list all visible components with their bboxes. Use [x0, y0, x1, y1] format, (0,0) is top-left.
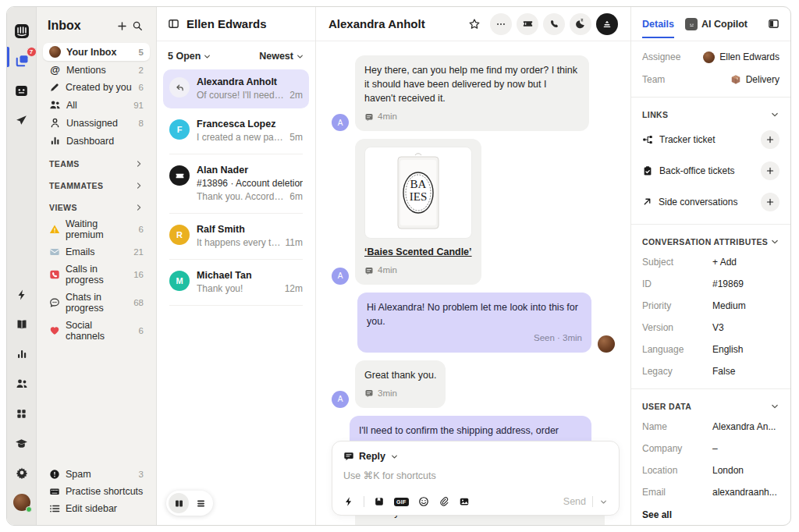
tab-ai-copilot[interactable]: AI Copilot — [685, 8, 748, 39]
section-views[interactable]: VIEWS — [43, 193, 150, 215]
link-back-office-tickets[interactable]: Back-office tickets — [642, 155, 779, 186]
tracker-ticket-icon — [642, 134, 653, 145]
image-upload-icon[interactable] — [459, 496, 470, 507]
conversation-item-alexandra[interactable]: Alexandra Anholt Of course! I'll need to… — [163, 69, 309, 108]
sidebar-item-unassigned[interactable]: Unassigned 8 — [43, 114, 150, 132]
see-all-link[interactable]: See all — [642, 503, 779, 522]
attachment-icon[interactable] — [439, 496, 449, 507]
view-item-count: 21 — [133, 247, 144, 257]
conversation-item-ralf[interactable]: R Ralf Smith It happens every time I ref… — [163, 217, 309, 256]
knowledge-icon[interactable] — [12, 314, 32, 335]
product-link[interactable]: ‘Baies Scented Candle’ — [364, 246, 472, 257]
conversation-list-title: Ellen Edwards — [186, 17, 267, 30]
reports-icon[interactable] — [12, 344, 32, 364]
collapse-panel-icon[interactable] — [168, 18, 179, 30]
inbox-sidebar: Inbox Your Inbox 5 @ Mentions 2 Created … — [37, 7, 157, 525]
convert-to-ticket-button[interactable] — [517, 13, 538, 35]
tab-details[interactable]: Details — [642, 9, 674, 38]
sidebar-item-edit-sidebar[interactable]: Edit sidebar — [43, 500, 150, 517]
add-subject-button[interactable]: + Add — [712, 257, 737, 268]
inbox-nav-icon[interactable]: 7 — [12, 51, 32, 71]
shortcut-lightning-icon[interactable] — [343, 496, 354, 507]
emoji-icon[interactable] — [418, 496, 429, 507]
view-item-calls-in-progress[interactable]: Calls in progress 16 — [43, 261, 150, 289]
star-button[interactable] — [463, 13, 485, 35]
sort-dropdown[interactable]: Newest — [259, 51, 304, 62]
sidebar-item-all[interactable]: All 91 — [43, 96, 150, 114]
view-item-label: Calls in progress — [66, 264, 128, 286]
gif-icon[interactable]: GIF — [394, 498, 409, 506]
chevron-down-icon — [390, 452, 399, 461]
sidebar-item-practise-shortcuts[interactable]: Practise shortcuts — [43, 483, 150, 500]
macro-icon[interactable] — [374, 496, 385, 507]
new-conversation-button[interactable] — [114, 18, 130, 34]
link-side-conversations[interactable]: Side conversations — [642, 186, 779, 218]
view-item-chats-in-progress[interactable]: Chats in progress 68 — [43, 289, 150, 317]
open-filter-dropdown[interactable]: 5 Open — [168, 51, 211, 62]
assignee-row[interactable]: Assignee Ellen Edwards — [642, 46, 779, 69]
send-options-chevron[interactable] — [599, 498, 608, 506]
list-view-button[interactable] — [190, 493, 211, 513]
reply-mode-dropdown[interactable]: Reply — [343, 451, 608, 462]
sidebar-title: Inbox — [48, 19, 114, 33]
sidebar-item-your-inbox[interactable]: Your Inbox 5 — [43, 43, 150, 61]
fin-ai-icon[interactable] — [12, 80, 32, 101]
sidebar-item-label: Unassigned — [66, 118, 118, 129]
search-icon[interactable] — [130, 18, 145, 34]
intercom-logo[interactable] — [12, 21, 32, 41]
sidebar-item-created-by-you[interactable]: Created by you 6 — [43, 79, 150, 96]
link-tracker-ticket[interactable]: Tracker ticket — [642, 124, 779, 155]
add-side-conversation-button[interactable] — [761, 193, 779, 211]
more-options-button[interactable] — [490, 13, 512, 35]
add-back-office-ticket-button[interactable] — [761, 161, 779, 180]
settings-gear-icon[interactable] — [12, 463, 32, 483]
chevron-down-icon — [770, 402, 779, 411]
user-avatar[interactable] — [12, 492, 32, 512]
user-row-location: Location London — [642, 459, 779, 481]
close-conversation-button[interactable] — [596, 13, 618, 35]
snooze-button[interactable] — [570, 13, 591, 35]
conversation-subject: #13896 · Account deletion — [197, 178, 303, 189]
section-teammates[interactable]: TEAMMATES — [43, 172, 150, 193]
user-value: alexandraanh... — [712, 487, 777, 498]
sidebar-item-dashboard[interactable]: Dashboard — [43, 132, 150, 150]
conversation-item-michael[interactable]: M Michael Tan Thank you!12m — [163, 263, 309, 302]
attribute-row-version[interactable]: Version V3 — [642, 317, 779, 339]
conversation-item-francesca[interactable]: F Francesca Lopez I created a new page a… — [163, 112, 309, 151]
add-tracker-ticket-button[interactable] — [761, 130, 779, 149]
message-time: 4min — [378, 264, 397, 277]
copilot-robot-icon — [685, 18, 698, 30]
conversation-item-alan[interactable]: Alan Nader #13896 · Account deletion Tha… — [163, 158, 309, 210]
conversation-time: 12m — [285, 283, 303, 294]
lightning-icon[interactable] — [12, 285, 32, 305]
send-button[interactable]: Send — [563, 496, 586, 507]
conversation-preview: Thank you! — [197, 283, 280, 294]
attribute-row-subject[interactable]: Subject + Add — [642, 251, 779, 273]
view-item-social-channels[interactable]: Social channels 6 — [43, 317, 150, 345]
attribute-row-priority[interactable]: Priority Medium — [642, 295, 779, 317]
view-item-waiting-premium[interactable]: Waiting premium 6 — [43, 215, 150, 243]
team-row[interactable]: Team Delivery — [642, 69, 779, 90]
svg-text:BA: BA — [410, 178, 427, 190]
sidebar-item-spam[interactable]: Spam 3 — [43, 466, 150, 483]
contacts-icon[interactable] — [12, 374, 32, 394]
assignee-value: Ellen Edwards — [719, 51, 779, 62]
attribute-row-legacy[interactable]: Legacy False — [642, 360, 779, 382]
user-data-header[interactable]: USER DATA — [642, 395, 779, 416]
columns-view-button[interactable] — [169, 493, 189, 513]
links-section-header[interactable]: LINKS — [642, 104, 779, 124]
apps-icon[interactable] — [12, 403, 32, 424]
chat-title: Alexandra Anholt — [328, 17, 459, 30]
view-item-emails[interactable]: Emails 21 — [43, 243, 150, 261]
toggle-details-panel-icon[interactable] — [768, 18, 779, 30]
pencil-icon — [49, 82, 60, 93]
attribute-row-language[interactable]: Language English — [642, 339, 779, 360]
section-teams[interactable]: TEAMS — [43, 150, 150, 172]
outbound-icon[interactable] — [12, 110, 32, 130]
message-input[interactable]: Use ⌘K for shortcuts — [343, 470, 608, 496]
academy-icon[interactable] — [12, 433, 32, 453]
call-button[interactable] — [543, 13, 565, 35]
conversation-attributes-header[interactable]: CONVERSATION ATTRIBUTES — [642, 231, 779, 251]
sidebar-item-mentions[interactable]: @ Mentions 2 — [43, 61, 150, 79]
product-image[interactable]: BA IES — [364, 147, 472, 239]
